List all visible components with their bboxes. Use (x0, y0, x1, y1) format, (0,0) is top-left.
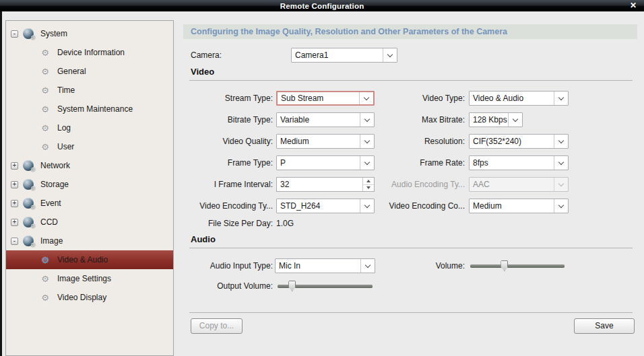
slider-track[interactable] (470, 264, 565, 268)
chevron-down-icon[interactable] (554, 135, 568, 148)
camera-select-value: Camera1 (292, 48, 383, 62)
window-title: Remote Configuration (280, 2, 364, 10)
resolution-select[interactable]: CIF(352*240) (469, 134, 569, 149)
gear-icon: ⚙ (40, 293, 51, 303)
slider-thumb[interactable] (501, 260, 508, 271)
footer-divider (189, 312, 633, 313)
camera-label: Camera: (191, 48, 222, 63)
chevron-down-icon[interactable] (554, 199, 568, 213)
volume-label: Volume: (369, 258, 465, 273)
tree-item-user[interactable]: ⚙ User (6, 137, 173, 156)
tree-item-label: User (57, 142, 74, 151)
gear-icon: ⚙ (40, 85, 51, 96)
resolution-value: CIF(352*240) (470, 135, 554, 148)
audio-input-type-value: Mic In (276, 259, 360, 273)
audio-input-type-label: Audio Input Type: (182, 258, 273, 273)
tree-item-label: Image Settings (57, 274, 111, 283)
tree-item-storage[interactable]: + ⚙ Storage (6, 175, 173, 194)
tree-item-label: Image (40, 236, 63, 246)
resolution-label: Resolution: (369, 134, 465, 149)
divider (189, 80, 633, 81)
video-encoding-type-select[interactable]: STD_H264 (276, 199, 375, 213)
frame-rate-value: 8fps (470, 156, 554, 170)
mini-gear-icon: ⚙ (30, 166, 36, 173)
category-globe-icon: ⚙ (23, 28, 34, 39)
mini-gear-icon: ⚙ (30, 223, 36, 229)
gear-icon: ⚙ (40, 104, 51, 114)
chevron-down-icon[interactable] (554, 92, 568, 105)
tree-item-general[interactable]: ⚙ General (6, 62, 173, 81)
tree-item-event[interactable]: + ⚙ Event (6, 194, 173, 213)
video-encoding-complexity-select[interactable]: Medium (469, 199, 569, 213)
audio-encoding-type-label: Audio Encoding Ty... (369, 177, 465, 192)
tree-item-log[interactable]: ⚙ Log (6, 118, 173, 137)
chevron-down-icon[interactable] (508, 113, 522, 127)
config-tree-sidebar: - ⚙ System ⚙ Device Information ⚙ Genera… (5, 20, 174, 356)
video-encoding-type-label: Video Encoding Ty... (182, 199, 273, 213)
gear-icon: ⚙ (40, 255, 51, 265)
tree-item-label: General (57, 67, 86, 76)
collapse-icon[interactable]: - (11, 30, 18, 38)
frame-type-value: P (277, 156, 360, 170)
tree-item-video-display[interactable]: ⚙ Video Display (6, 288, 173, 307)
frame-rate-label: Frame Rate: (369, 155, 465, 170)
category-globe-icon: ⚙ (23, 160, 34, 171)
collapse-icon[interactable]: - (11, 238, 18, 245)
page-title: Configuring the Image Quality, Resolutio… (183, 24, 637, 39)
max-bitrate-select[interactable]: 128 Kbps (469, 112, 523, 127)
i-frame-interval-label: I Frame Interval: (182, 177, 273, 192)
bitrate-type-select[interactable]: Variable (276, 112, 375, 127)
expand-icon[interactable]: + (11, 181, 18, 188)
tree-item-label: CCD (40, 217, 58, 227)
tree-item-time[interactable]: ⚙ Time (6, 81, 173, 100)
file-size-per-day-value: 1.0G (276, 218, 294, 229)
tree-item-label: System (40, 29, 67, 38)
expand-icon[interactable]: + (11, 162, 18, 170)
video-quality-value: Medium (277, 135, 360, 148)
max-bitrate-label: Max Bitrate: (369, 112, 465, 127)
frame-rate-select[interactable]: 8fps (469, 155, 569, 170)
stream-type-select[interactable]: Sub Stream (276, 91, 375, 106)
expand-icon[interactable]: + (11, 219, 18, 226)
gear-icon: ⚙ (40, 67, 51, 77)
volume-slider[interactable] (470, 258, 565, 273)
max-bitrate-value: 128 Kbps (470, 113, 508, 127)
slider-thumb[interactable] (288, 281, 296, 291)
close-icon[interactable]: ✕ (628, 1, 639, 11)
copy-to-button[interactable]: Copy to... (191, 318, 243, 334)
camera-select[interactable]: Camera1 (291, 48, 397, 63)
bitrate-type-value: Variable (277, 113, 360, 127)
tree-item-system[interactable]: - ⚙ System (6, 24, 173, 43)
bitrate-type-label: Bitrate Type: (182, 112, 273, 127)
tree-item-image[interactable]: - ⚙ Image (6, 232, 173, 250)
tree-item-video-audio-selected[interactable]: ⚙ Video & Audio (6, 250, 173, 269)
i-frame-interval-spinbox[interactable]: 32 (276, 177, 375, 192)
audio-section-title: Audio (191, 234, 216, 244)
gear-icon: ⚙ (40, 123, 51, 133)
output-volume-slider[interactable] (278, 279, 373, 293)
video-quality-select[interactable]: Medium (276, 134, 375, 149)
mini-gear-icon: ⚙ (30, 242, 36, 248)
tree: - ⚙ System ⚙ Device Information ⚙ Genera… (6, 24, 173, 307)
chevron-down-icon[interactable] (383, 48, 397, 62)
chevron-down-icon[interactable] (554, 156, 568, 170)
tree-item-image-settings[interactable]: ⚙ Image Settings (6, 269, 173, 288)
save-button[interactable]: Save (574, 318, 635, 334)
title-bar: Remote Configuration (0, 0, 644, 11)
audio-input-type-select[interactable]: Mic In (275, 258, 375, 273)
video-encoding-complexity-label: Video Encoding Co... (369, 199, 465, 213)
frame-type-select[interactable]: P (276, 155, 375, 170)
divider (189, 248, 633, 248)
category-globe-icon: ⚙ (23, 217, 34, 227)
audio-encoding-type-select-disabled: AAC (469, 177, 569, 192)
tree-item-system-maintenance[interactable]: ⚙ System Maintenance (6, 100, 173, 118)
tree-item-label: Device Information (57, 48, 125, 57)
video-encoding-complexity-value: Medium (470, 199, 554, 213)
tree-item-ccd[interactable]: + ⚙ CCD (6, 213, 173, 232)
i-frame-interval-value: 32 (277, 178, 362, 191)
tree-item-network[interactable]: + ⚙ Network (6, 156, 173, 175)
expand-icon[interactable]: + (11, 200, 18, 207)
video-type-select[interactable]: Video & Audio (469, 91, 569, 106)
video-type-value: Video & Audio (470, 92, 554, 105)
tree-item-device-information[interactable]: ⚙ Device Information (6, 43, 173, 62)
